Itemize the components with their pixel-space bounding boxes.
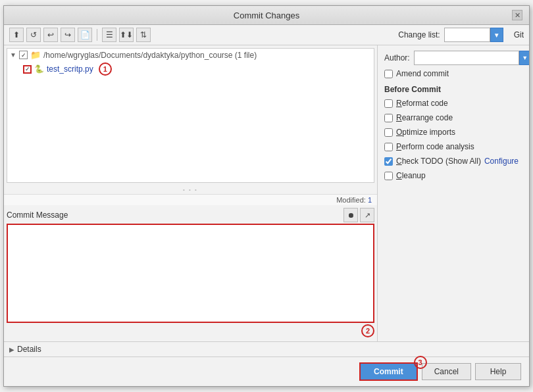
author-dropdown-btn[interactable]: ▼ xyxy=(519,51,529,65)
file-icon: 🐍 xyxy=(34,64,44,74)
tree-file-item[interactable]: ✓ 🐍 test_scritp.py 1 xyxy=(7,61,374,77)
modified-count: 1 xyxy=(368,196,372,204)
optimize-checkbox[interactable] xyxy=(384,128,393,137)
todo-checkbox[interactable] xyxy=(384,157,393,166)
details-bar[interactable]: ▶ Details xyxy=(4,341,529,356)
root-checkbox[interactable]: ✓ xyxy=(19,51,28,59)
author-row: Author: ▼ xyxy=(384,51,522,65)
reformat-label: Reformat code xyxy=(396,99,448,108)
cleanup-label: Cleanup xyxy=(396,171,426,180)
toolbar-filter-btn[interactable]: ⇅ xyxy=(136,28,151,42)
amend-row: Amend commit xyxy=(384,69,522,78)
file-badge: 1 xyxy=(99,62,112,76)
tree-root-item[interactable]: ▼ ✓ 📁 /home/wgryglas/Documents/dydaktyka… xyxy=(7,49,374,61)
toolbar-redo-btn[interactable]: ↪ xyxy=(61,28,75,42)
toolbar-sort-btn[interactable]: ⬆⬇ xyxy=(119,28,134,42)
rearrange-checkbox[interactable] xyxy=(384,114,393,122)
author-label: Author: xyxy=(384,53,410,62)
amend-checkbox[interactable] xyxy=(384,70,393,78)
cleanup-checkbox[interactable] xyxy=(384,172,393,180)
change-list-arrow[interactable]: ▼ xyxy=(490,28,503,42)
commit-changes-dialog: Commit Changes ✕ ⬆ ↺ ↩ ↪ 📄 ☰ ⬆⬇ ⇅ Change… xyxy=(3,5,530,387)
commit-step-badge-bottom: 3 xyxy=(414,356,427,369)
reformat-checkbox[interactable] xyxy=(384,99,393,108)
toolbar-refresh-btn[interactable]: ↺ xyxy=(26,28,41,42)
main-content: ▼ ✓ 📁 /home/wgryglas/Documents/dydaktyka… xyxy=(4,45,529,341)
optimize-label: Optimize imports xyxy=(396,128,455,137)
todo-label: Check TODO (Show All) xyxy=(396,157,481,166)
close-button[interactable]: ✕ xyxy=(512,10,522,20)
commit-message-input[interactable] xyxy=(7,224,374,323)
commit-step-badge: 2 xyxy=(361,324,374,337)
file-checkbox[interactable]: ✓ xyxy=(23,65,32,74)
change-list-dropdown: Default ▼ xyxy=(444,28,503,42)
change-list-label: Change list: xyxy=(398,30,440,39)
right-panel: Author: ▼ Amend commit Before Commit Ref… xyxy=(378,45,529,341)
toolbar-separator-1 xyxy=(97,29,97,41)
root-path: /home/wgryglas/Documents/dydaktyka/pytho… xyxy=(43,51,257,60)
configure-link[interactable]: Configure xyxy=(484,157,519,166)
option-analyze: Perform code analysis xyxy=(384,141,522,152)
author-input-wrap: ▼ xyxy=(414,51,529,65)
modified-bar: Modified: 1 xyxy=(4,194,377,205)
dialog-title: Commit Changes xyxy=(21,11,512,20)
amend-label: Amend commit xyxy=(396,69,449,78)
option-todo: Check TODO (Show All) Configure xyxy=(384,156,522,166)
toolbar-undo-btn[interactable]: ↩ xyxy=(43,28,58,42)
details-expand-arrow: ▶ xyxy=(9,346,14,353)
commit-msg-record-btn[interactable]: ⏺ xyxy=(343,208,358,222)
file-tree: ▼ ✓ 📁 /home/wgryglas/Documents/dydaktyka… xyxy=(7,48,374,183)
analyze-checkbox[interactable] xyxy=(384,143,393,151)
option-rearrange: Rearrange code xyxy=(384,112,522,123)
rearrange-label: Rearrange code xyxy=(396,113,453,122)
before-commit-label: Before Commit xyxy=(384,85,522,94)
bottom-bar: Commit 3 Cancel Help xyxy=(4,356,529,386)
help-button[interactable]: Help xyxy=(475,363,521,380)
commit-message-header: Commit Message ⏺ ↗ xyxy=(7,205,374,224)
option-reformat: Reformat code xyxy=(384,98,522,109)
cancel-button[interactable]: Cancel xyxy=(422,363,471,380)
toolbar-back-btn[interactable]: ⬆ xyxy=(9,28,24,42)
drag-handle-1: • • • xyxy=(4,185,377,194)
git-label: Git xyxy=(514,30,524,39)
folder-icon: 📁 xyxy=(30,50,41,60)
commit-button[interactable]: Commit xyxy=(359,362,418,381)
analyze-label: Perform code analysis xyxy=(396,142,474,151)
file-name: test_scritp.py xyxy=(47,64,93,74)
change-list-input[interactable]: Default xyxy=(444,28,490,42)
left-panel: ▼ ✓ 📁 /home/wgryglas/Documents/dydaktyka… xyxy=(4,45,378,341)
option-optimize: Optimize imports xyxy=(384,127,522,137)
toolbar-right: Change list: Default ▼ Git xyxy=(398,28,524,42)
option-cleanup: Cleanup xyxy=(384,170,522,181)
title-bar: Commit Changes ✕ xyxy=(4,6,529,25)
modified-label: Modified: xyxy=(336,196,368,204)
commit-message-label: Commit Message xyxy=(7,210,68,220)
commit-msg-arrow-btn[interactable]: ↗ xyxy=(360,208,374,222)
toolbar-file-btn[interactable]: 📄 xyxy=(78,28,92,42)
details-label: Details xyxy=(17,345,41,354)
author-input[interactable] xyxy=(414,51,519,65)
tree-expand-arrow: ▼ xyxy=(10,51,16,59)
commit-message-tools: ⏺ ↗ xyxy=(343,208,374,222)
toolbar: ⬆ ↺ ↩ ↪ 📄 ☰ ⬆⬇ ⇅ Change list: Default ▼ … xyxy=(4,25,529,45)
toolbar-list-btn[interactable]: ☰ xyxy=(102,28,116,42)
commit-message-section: Commit Message ⏺ ↗ 2 xyxy=(4,205,377,341)
